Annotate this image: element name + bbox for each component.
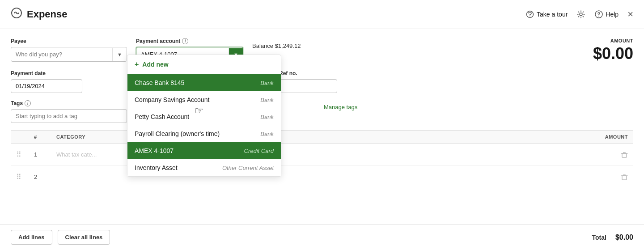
dropdown-item-inventory[interactable]: Inventory Asset Other Current Asset xyxy=(127,159,281,176)
payee-input[interactable] xyxy=(11,47,112,61)
delete-row-2[interactable] xyxy=(556,174,628,181)
svg-rect-8 xyxy=(622,176,627,180)
footer-right: Total $0.00 xyxy=(592,233,633,242)
expense-form: Expense Take a tour xyxy=(0,0,644,250)
add-new-option[interactable]: + Add new xyxy=(127,55,281,74)
take-tour-button[interactable]: Take a tour xyxy=(526,10,568,18)
manage-tags-link[interactable]: Manage tags xyxy=(324,104,357,110)
table-row: ⠿ 2 xyxy=(11,166,633,188)
tour-icon xyxy=(526,10,534,18)
payee-select-wrapper[interactable]: ▼ xyxy=(11,47,127,62)
ref-no-label: Ref no. xyxy=(279,70,337,76)
col-drag xyxy=(16,134,34,140)
amount-label: AMOUNT xyxy=(593,38,633,43)
drag-dots-icon: ⠿ xyxy=(16,150,21,159)
close-button[interactable]: × xyxy=(627,8,633,20)
delete-row-1[interactable] xyxy=(556,151,628,158)
total-label: Total xyxy=(592,234,606,241)
top-row: Payee ▼ Payment account i ▼ Bala xyxy=(11,38,633,63)
total-value: $0.00 xyxy=(615,233,633,242)
payment-date-input[interactable] xyxy=(11,79,82,93)
ref-no-input[interactable] xyxy=(279,79,337,93)
category-placeholder-1: What tax cate... xyxy=(56,151,97,158)
ref-no-field-group: Ref no. xyxy=(279,70,337,93)
page-title: Expense xyxy=(27,8,68,20)
tags-info-icon: i xyxy=(25,100,31,106)
svg-point-1 xyxy=(16,13,17,14)
drag-handle-2[interactable]: ⠿ xyxy=(16,173,34,181)
header-left: Expense xyxy=(11,7,68,21)
dropdown-item-petty-cash[interactable]: Petty Cash Account Bank xyxy=(127,108,281,125)
amount-value: $0.00 xyxy=(593,44,633,63)
table-section: # CATEGORY DESCRIPTION AMOUNT ⠿ 1 What t… xyxy=(11,130,633,188)
tags-row: Tags i Manage tags xyxy=(11,100,633,123)
table-header: # CATEGORY DESCRIPTION AMOUNT xyxy=(11,131,633,144)
add-icon: + xyxy=(135,60,139,68)
dropdown-item-chase[interactable]: Chase Bank 8145 Bank xyxy=(127,74,281,91)
drag-dots-icon-2: ⠿ xyxy=(16,173,21,181)
clear-all-lines-button[interactable]: Clear all lines xyxy=(58,230,110,245)
dropdown-item-amex[interactable]: AMEX 4-1007 Credit Card xyxy=(127,142,281,159)
payment-date-field-group: Payment date xyxy=(11,70,82,93)
row-num-1: 1 xyxy=(34,151,56,158)
table-row: ⠿ 1 What tax cate... What did you pay fo… xyxy=(11,144,633,166)
trash-icon-2 xyxy=(621,174,628,181)
payee-field-group: Payee ▼ xyxy=(11,38,127,62)
payment-account-label: Payment account i xyxy=(136,38,243,44)
payee-dropdown-arrow[interactable]: ▼ xyxy=(112,48,127,61)
tags-input[interactable] xyxy=(11,109,127,123)
row-num-2: 2 xyxy=(34,174,56,180)
expense-icon xyxy=(11,7,22,21)
settings-button[interactable] xyxy=(576,10,585,19)
svg-point-4 xyxy=(580,13,582,16)
col-num: # xyxy=(34,134,56,140)
header-right: Take a tour Help × xyxy=(526,8,633,20)
amount-group: AMOUNT $0.00 xyxy=(593,38,633,63)
trash-icon-1 xyxy=(621,151,628,158)
header: Expense Take a tour xyxy=(0,0,644,29)
footer-left: Add lines Clear all lines xyxy=(11,230,110,245)
gear-icon xyxy=(576,10,585,19)
payee-label: Payee xyxy=(11,38,127,44)
second-row: Payment date Ref no. xyxy=(11,70,633,93)
balance-container: Balance $1,249.12 xyxy=(252,38,301,50)
main-content: Payee ▼ Payment account i ▼ Bala xyxy=(0,29,644,188)
drag-handle-1[interactable]: ⠿ xyxy=(16,150,34,159)
payment-date-label: Payment date xyxy=(11,70,82,76)
svg-point-6 xyxy=(599,16,600,17)
col-amount: AMOUNT xyxy=(556,134,628,140)
tags-label: Tags i xyxy=(11,100,127,106)
balance-text: Balance $1,249.12 xyxy=(252,42,301,49)
dropdown-item-payroll[interactable]: Payroll Clearing (owner's time) Bank xyxy=(127,125,281,142)
add-lines-button[interactable]: Add lines xyxy=(11,230,52,245)
help-icon xyxy=(594,10,603,19)
payment-account-dropdown: + Add new Chase Bank 8145 Bank Company S… xyxy=(127,55,281,177)
help-button[interactable]: Help xyxy=(594,10,619,19)
dropdown-item-company-savings[interactable]: Company Savings Account Bank xyxy=(127,91,281,108)
svg-rect-7 xyxy=(622,153,627,157)
footer: Add lines Clear all lines Total $0.00 xyxy=(0,224,644,250)
svg-point-3 xyxy=(530,16,530,17)
payment-account-info-icon: i xyxy=(182,38,188,44)
tags-field-group: Tags i xyxy=(11,100,127,123)
